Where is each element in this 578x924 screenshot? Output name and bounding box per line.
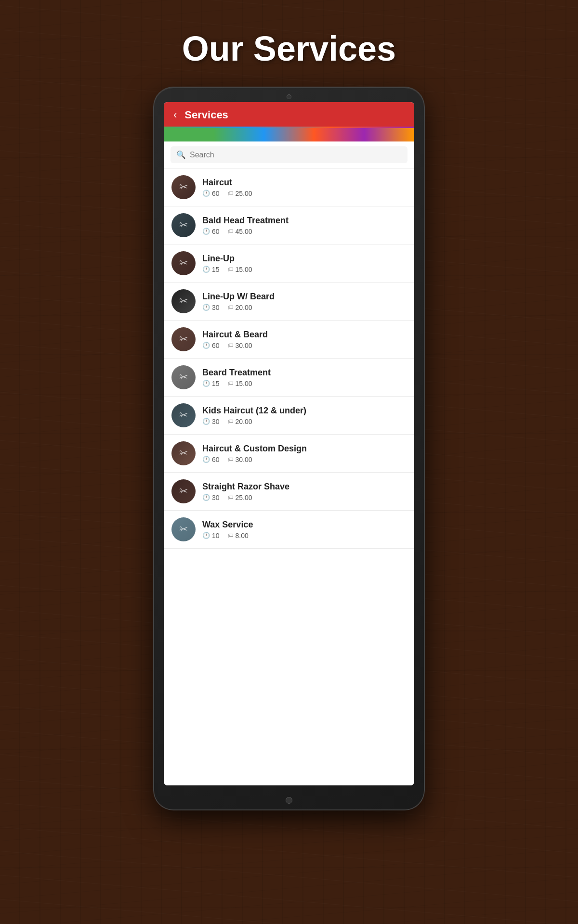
price-value: 30.00 xyxy=(236,342,252,349)
duration-value: 60 xyxy=(212,228,220,235)
duration-meta: 🕐 30 xyxy=(202,418,220,425)
service-avatar: ✂ xyxy=(171,365,196,389)
avatar-icon: ✂ xyxy=(179,333,188,346)
duration-meta: 🕐 30 xyxy=(202,494,220,501)
clock-icon: 🕐 xyxy=(202,190,210,197)
service-info: Bald Head Treatment 🕐 60 🏷 45.00 xyxy=(202,216,407,235)
service-item[interactable]: ✂ Haircut & Beard 🕐 60 🏷 30.00 xyxy=(164,321,414,359)
service-info: Kids Haircut (12 & under) 🕐 30 🏷 20.00 xyxy=(202,406,407,425)
service-item[interactable]: ✂ Kids Haircut (12 & under) 🕐 30 🏷 20.00 xyxy=(164,397,414,435)
avatar-icon: ✂ xyxy=(179,219,188,231)
price-meta: 🏷 30.00 xyxy=(227,456,252,463)
clock-icon: 🕐 xyxy=(202,380,210,387)
price-value: 20.00 xyxy=(236,304,252,311)
duration-value: 15 xyxy=(212,380,220,387)
avatar-icon: ✂ xyxy=(179,409,188,422)
service-avatar: ✂ xyxy=(171,517,196,541)
service-meta: 🕐 60 🏷 30.00 xyxy=(202,342,407,349)
service-name: Line-Up W/ Beard xyxy=(202,292,407,302)
duration-meta: 🕐 10 xyxy=(202,532,220,539)
service-meta: 🕐 60 🏷 30.00 xyxy=(202,456,407,463)
price-meta: 🏷 45.00 xyxy=(227,228,252,235)
service-meta: 🕐 60 🏷 25.00 xyxy=(202,190,407,197)
tablet-body: ‹ Services 🔍 ✂ Haircut � xyxy=(154,88,424,809)
service-meta: 🕐 10 🏷 8.00 xyxy=(202,532,407,539)
service-meta: 🕐 15 🏷 15.00 xyxy=(202,266,407,273)
service-item[interactable]: ✂ Line-Up 🕐 15 🏷 15.00 xyxy=(164,244,414,282)
clock-icon: 🕐 xyxy=(202,456,210,463)
price-icon: 🏷 xyxy=(227,228,234,235)
search-icon: 🔍 xyxy=(176,150,186,159)
duration-value: 30 xyxy=(212,304,220,311)
clock-icon: 🕐 xyxy=(202,494,210,501)
price-value: 30.00 xyxy=(236,456,252,463)
service-item[interactable]: ✂ Bald Head Treatment 🕐 60 🏷 45.00 xyxy=(164,206,414,244)
duration-meta: 🕐 15 xyxy=(202,380,220,387)
price-value: 8.00 xyxy=(236,532,249,539)
price-value: 25.00 xyxy=(236,494,252,501)
home-button[interactable] xyxy=(286,797,292,804)
search-input[interactable] xyxy=(190,151,402,159)
price-meta: 🏷 20.00 xyxy=(227,418,252,425)
avatar-icon: ✂ xyxy=(179,523,188,536)
service-item[interactable]: ✂ Straight Razor Shave 🕐 30 🏷 25.00 xyxy=(164,473,414,511)
service-info: Beard Treatment 🕐 15 🏷 15.00 xyxy=(202,368,407,387)
service-name: Wax Service xyxy=(202,520,407,530)
header-title: Services xyxy=(184,109,228,121)
app-header: ‹ Services xyxy=(164,102,414,128)
price-meta: 🏷 20.00 xyxy=(227,304,252,311)
service-name: Kids Haircut (12 & under) xyxy=(202,406,407,416)
service-info: Haircut 🕐 60 🏷 25.00 xyxy=(202,178,407,197)
price-value: 25.00 xyxy=(236,190,252,197)
service-info: Line-Up 🕐 15 🏷 15.00 xyxy=(202,254,407,273)
service-name: Haircut & Beard xyxy=(202,330,407,340)
service-name: Line-Up xyxy=(202,254,407,264)
price-value: 15.00 xyxy=(236,380,252,387)
price-value: 20.00 xyxy=(236,418,252,425)
price-meta: 🏷 25.00 xyxy=(227,190,252,197)
clock-icon: 🕐 xyxy=(202,532,210,539)
duration-meta: 🕐 60 xyxy=(202,228,220,235)
service-item[interactable]: ✂ Wax Service 🕐 10 🏷 8.00 xyxy=(164,511,414,549)
service-item[interactable]: ✂ Line-Up W/ Beard 🕐 30 🏷 20.00 xyxy=(164,282,414,321)
back-button[interactable]: ‹ xyxy=(173,110,177,120)
avatar-icon: ✂ xyxy=(179,485,188,498)
duration-meta: 🕐 60 xyxy=(202,342,220,349)
service-name: Haircut & Custom Design xyxy=(202,444,407,454)
service-avatar: ✂ xyxy=(171,175,196,199)
price-meta: 🏷 15.00 xyxy=(227,380,252,387)
service-info: Haircut & Beard 🕐 60 🏷 30.00 xyxy=(202,330,407,349)
price-icon: 🏷 xyxy=(227,342,234,349)
service-meta: 🕐 30 🏷 25.00 xyxy=(202,494,407,501)
service-info: Wax Service 🕐 10 🏷 8.00 xyxy=(202,520,407,539)
price-icon: 🏷 xyxy=(227,380,234,387)
price-meta: 🏷 25.00 xyxy=(227,494,252,501)
clock-icon: 🕐 xyxy=(202,304,210,311)
avatar-icon: ✂ xyxy=(179,295,188,308)
service-item[interactable]: ✂ Haircut 🕐 60 🏷 25.00 xyxy=(164,168,414,206)
tablet-device: ‹ Services 🔍 ✂ Haircut � xyxy=(154,88,424,809)
duration-meta: 🕐 15 xyxy=(202,266,220,273)
camera-dot xyxy=(287,94,291,99)
service-name: Haircut xyxy=(202,178,407,188)
duration-value: 10 xyxy=(212,532,220,539)
service-info: Straight Razor Shave 🕐 30 🏷 25.00 xyxy=(202,482,407,501)
service-avatar: ✂ xyxy=(171,213,196,237)
service-item[interactable]: ✂ Beard Treatment 🕐 15 🏷 15.00 xyxy=(164,359,414,397)
price-meta: 🏷 30.00 xyxy=(227,342,252,349)
service-item[interactable]: ✂ Haircut & Custom Design 🕐 60 🏷 30.00 xyxy=(164,435,414,473)
banner-image xyxy=(164,128,414,141)
duration-value: 15 xyxy=(212,266,220,273)
search-bar: 🔍 xyxy=(164,141,414,168)
avatar-icon: ✂ xyxy=(179,447,188,460)
duration-value: 60 xyxy=(212,190,220,197)
price-icon: 🏷 xyxy=(227,494,234,501)
services-list: ✂ Haircut 🕐 60 🏷 25.00 ✂ Bald Head Treat… xyxy=(164,168,414,785)
service-avatar: ✂ xyxy=(171,479,196,503)
clock-icon: 🕐 xyxy=(202,342,210,349)
service-meta: 🕐 30 🏷 20.00 xyxy=(202,418,407,425)
duration-value: 30 xyxy=(212,418,220,425)
price-icon: 🏷 xyxy=(227,418,234,425)
price-icon: 🏷 xyxy=(227,304,234,311)
tablet-screen: ‹ Services 🔍 ✂ Haircut � xyxy=(164,102,414,785)
